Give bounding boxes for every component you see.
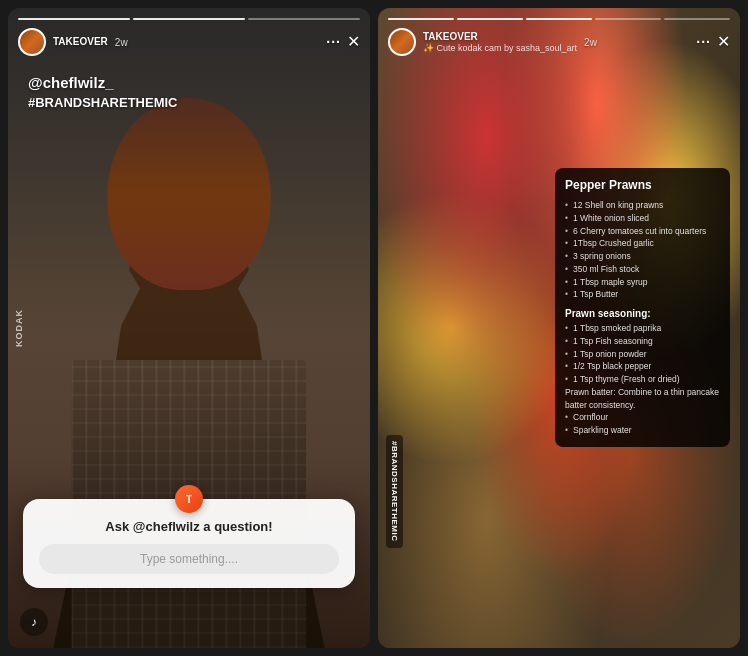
list-item: 1 White onion sliced bbox=[565, 212, 720, 225]
progress-bar bbox=[18, 18, 360, 20]
list-item: Sparkling water bbox=[565, 424, 720, 437]
vertical-text: KODAK bbox=[14, 309, 24, 347]
avatar bbox=[18, 28, 46, 56]
list-item: 1 Tbsp smoked paprika bbox=[565, 322, 720, 335]
more-options-button[interactable]: ··· bbox=[326, 34, 341, 50]
right-header-left: TAKEOVER ✨ Cute kodak cam by sasha_soul_… bbox=[388, 28, 597, 56]
list-item: Cornflour bbox=[565, 411, 720, 424]
recipe-card: Pepper Prawns 12 Shell on king prawns1 W… bbox=[555, 168, 730, 447]
header-actions: ··· ✕ bbox=[326, 34, 360, 50]
close-button[interactable]: ✕ bbox=[347, 34, 360, 50]
left-story: KODAK TAKEOVER 2w ··· bbox=[8, 8, 370, 648]
list-item: 3 spring onions bbox=[565, 250, 720, 263]
progress-seg-3 bbox=[248, 18, 360, 20]
question-card: T Ask @cheflwilz a question! Type someth… bbox=[23, 499, 355, 588]
list-item: 12 Shell on king prawns bbox=[565, 199, 720, 212]
header-left: TAKEOVER 2w bbox=[18, 28, 128, 56]
list-item: 6 Cherry tomatoes cut into quarters bbox=[565, 225, 720, 238]
right-more-options-button[interactable]: ··· bbox=[696, 34, 711, 50]
stories-container: KODAK TAKEOVER 2w ··· bbox=[0, 0, 748, 656]
recipe-ingredients: 12 Shell on king prawns1 White onion sli… bbox=[565, 199, 720, 301]
recipe-seasoning: 1 Tbsp smoked paprika1 Tsp Fish seasonin… bbox=[565, 322, 720, 386]
right-header-actions: ··· ✕ bbox=[696, 34, 730, 50]
right-avatar-img bbox=[390, 30, 414, 54]
header-time: 2w bbox=[115, 37, 128, 48]
header-text: TAKEOVER bbox=[53, 36, 108, 48]
avatar-img bbox=[20, 30, 44, 54]
r-progress-5 bbox=[664, 18, 730, 20]
r-progress-4 bbox=[595, 18, 661, 20]
right-header-text: TAKEOVER ✨ Cute kodak cam by sasha_soul_… bbox=[423, 31, 577, 54]
list-item: 1 Tsp thyme (Fresh or dried) bbox=[565, 373, 720, 386]
left-story-header: TAKEOVER 2w ··· ✕ bbox=[8, 8, 370, 62]
question-input[interactable]: Type something.... bbox=[39, 544, 339, 574]
list-item: 1 Tsp Butter bbox=[565, 288, 720, 301]
progress-seg-1 bbox=[18, 18, 130, 20]
header-info: TAKEOVER 2w ··· ✕ bbox=[18, 28, 360, 56]
r-progress-1 bbox=[388, 18, 454, 20]
list-item: 1/2 Tsp black pepper bbox=[565, 360, 720, 373]
list-item: 1Tbsp Crushed garlic bbox=[565, 237, 720, 250]
recipe-batter: CornflourSparkling water bbox=[565, 411, 720, 437]
batter-label: Prawn batter: Combine to a thin pancake … bbox=[565, 386, 720, 412]
header-username: TAKEOVER bbox=[53, 36, 108, 48]
right-story-header: TAKEOVER ✨ Cute kodak cam by sasha_soul_… bbox=[378, 8, 740, 62]
list-item: 1 Tsp onion powder bbox=[565, 348, 720, 361]
question-placeholder: Type something.... bbox=[140, 552, 238, 566]
mute-icon: ♪ bbox=[31, 615, 37, 629]
right-header-time: 2w bbox=[584, 37, 597, 48]
right-header-info: TAKEOVER ✨ Cute kodak cam by sasha_soul_… bbox=[388, 28, 730, 56]
question-logo: T bbox=[175, 485, 203, 513]
right-story: TAKEOVER ✨ Cute kodak cam by sasha_soul_… bbox=[378, 8, 740, 648]
list-item: 1 Tbsp maple syrup bbox=[565, 276, 720, 289]
brand-hashtag: #BRANDSHARETHEMIC bbox=[28, 95, 350, 110]
right-header-username: TAKEOVER bbox=[423, 31, 577, 43]
right-close-button[interactable]: ✕ bbox=[717, 34, 730, 50]
hashtag-sticker: #BRANDSHARETHEMIC bbox=[386, 435, 403, 548]
r-progress-3 bbox=[526, 18, 592, 20]
r-progress-2 bbox=[457, 18, 523, 20]
list-item: 350 ml Fish stock bbox=[565, 263, 720, 276]
right-progress-bar bbox=[388, 18, 730, 20]
recipe-title: Pepper Prawns bbox=[565, 178, 720, 192]
progress-seg-2 bbox=[133, 18, 245, 20]
mute-button[interactable]: ♪ bbox=[20, 608, 48, 636]
list-item: 1 Tsp Fish seasoning bbox=[565, 335, 720, 348]
chef-tag: @cheflwilz_ bbox=[28, 73, 350, 93]
right-header-subtitle: ✨ Cute kodak cam by sasha_soul_art bbox=[423, 43, 577, 54]
question-title: Ask @cheflwilz a question! bbox=[39, 519, 339, 534]
seasoning-label: Prawn seasoning: bbox=[565, 308, 720, 319]
right-avatar bbox=[388, 28, 416, 56]
